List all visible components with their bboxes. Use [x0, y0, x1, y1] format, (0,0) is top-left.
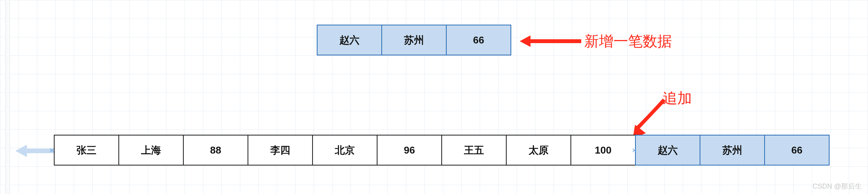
appended-cell: 苏州 — [700, 135, 765, 166]
arrow-left-light-icon — [15, 143, 54, 159]
appended-cell: 赵六 — [635, 135, 700, 166]
data-cell: 上海 — [118, 135, 184, 166]
data-cell: 张三 — [54, 135, 119, 166]
watermark: CSDN @那后生 — [813, 182, 862, 191]
new-record-row: 赵六 苏州 66 — [317, 25, 511, 55]
data-cell: 96 — [377, 135, 442, 166]
svg-marker-1 — [15, 145, 27, 157]
main-row: 张三 上海 88 李四 北京 96 王五 太原 100 赵六 苏州 66 — [54, 135, 830, 166]
data-cell: 北京 — [312, 135, 377, 166]
data-cell: 太原 — [506, 135, 571, 166]
left-scrollbar[interactable] — [5, 0, 10, 194]
label-new-data: 新增一笔数据 — [584, 32, 672, 51]
connector-x-icon: × — [49, 146, 54, 156]
connector-x-icon: × — [632, 146, 637, 156]
new-record-cell-value: 66 — [446, 25, 511, 55]
arrow-new-data-icon — [520, 35, 581, 48]
svg-rect-2 — [528, 39, 581, 43]
data-cell: 100 — [570, 135, 636, 166]
appended-cell: 66 — [764, 135, 830, 166]
data-cell: 王五 — [441, 135, 507, 166]
data-cell: 88 — [183, 135, 248, 166]
data-cell: 李四 — [248, 135, 313, 166]
new-record-cell-city: 苏州 — [381, 25, 447, 55]
new-record-cell-name: 赵六 — [317, 25, 382, 55]
svg-marker-3 — [520, 35, 530, 47]
